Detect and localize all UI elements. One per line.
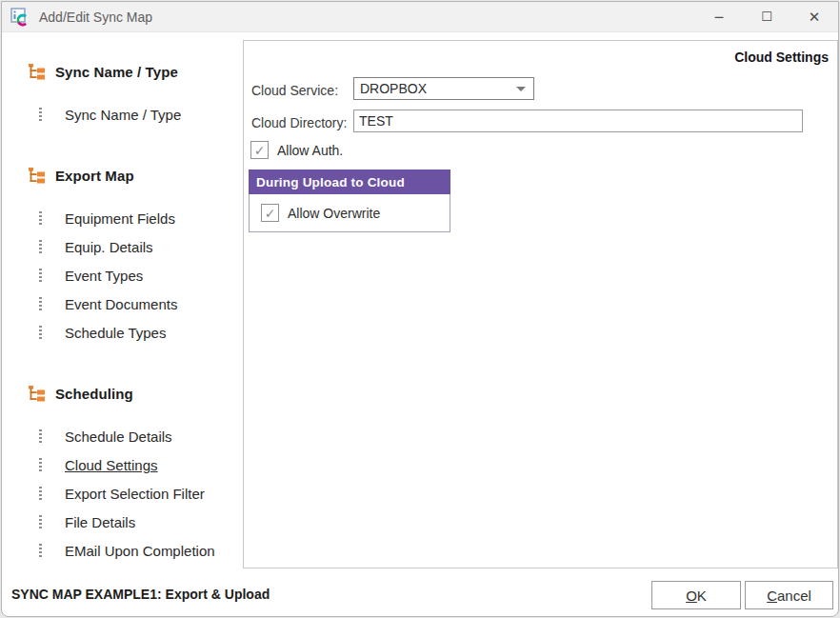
drag-dots-icon [39,108,42,122]
cloud-directory-label: Cloud Directory: [251,115,347,130]
drag-dots-icon [39,297,42,311]
tree-section-label: Scheduling [55,386,133,402]
sidebar-item-equip-details[interactable]: Equip. Details [2,232,243,261]
allow-auth-checkbox[interactable]: ✓ [250,141,269,159]
close-button[interactable]: ✕ [790,2,838,32]
sidebar-item-event-documents[interactable]: Event Documents [2,289,243,318]
sidebar-item-label: Equipment Fields [65,210,175,227]
sidebar-item-label: Event Documents [65,296,177,312]
tree-section-icon [29,168,46,184]
panel-title: Cloud Settings [734,50,829,65]
sidebar-item-label: File Details [65,514,135,530]
tree-section-export-map: Export Map [2,161,243,189]
cancel-button[interactable]: Cancel [745,581,833,609]
drag-dots-icon [39,429,42,444]
minimize-button[interactable]: ─ [695,2,743,32]
allow-overwrite-checkbox-row[interactable]: ✓ Allow Overwrite [261,204,380,222]
sync-map-status-text: SYNC MAP EXAMPLE1: Export & Upload [11,587,270,602]
sidebar-item-label: Event Types [65,268,143,284]
sidebar-item-label: Export Selection Filter [65,486,205,502]
ok-rest: K [697,588,707,604]
during-upload-header: During Upload to Cloud [249,169,450,194]
allow-auth-checkbox-row[interactable]: ✓ Allow Auth. [250,141,343,159]
tree-section-icon [29,386,46,402]
ok-button[interactable]: OK [651,581,741,609]
tree-section-sync-name-type: Sync Name / Type [2,57,243,86]
cancel-rest: ancel [777,588,811,604]
sidebar-item-label: Equip. Details [65,239,153,255]
cancel-mnemonic: C [767,588,777,604]
during-upload-group: During Upload to Cloud ✓ Allow Overwrite [249,169,450,232]
sidebar-item-label: Schedule Details [65,429,172,445]
tree-section-label: Export Map [55,168,134,184]
chevron-down-icon [516,87,526,91]
maximize-icon: ☐ [761,10,772,24]
window-title: Add/Edit Sync Map [39,10,152,25]
minimize-icon: ─ [715,10,723,25]
drag-dots-icon [39,269,42,283]
sidebar-item-label: Schedule Types [65,325,166,341]
drag-dots-icon [39,487,42,501]
navigation-tree: Sync Name / Type Sync Name / Type Export… [2,32,243,567]
sidebar-item-schedule-types[interactable]: Schedule Types [2,318,243,347]
cloud-service-dropdown[interactable]: DROPBOX [353,77,534,100]
sidebar-item-event-types[interactable]: Event Types [2,261,243,289]
drag-dots-icon [39,515,42,529]
maximize-button[interactable]: ☐ [743,2,790,32]
close-icon: ✕ [809,9,821,26]
sidebar-item-export-selection-filter[interactable]: Export Selection Filter [2,479,243,508]
allow-auth-label: Allow Auth. [277,143,343,158]
allow-overwrite-checkbox[interactable]: ✓ [261,204,279,222]
sidebar-item-sync-name-type[interactable]: Sync Name / Type [2,100,243,129]
app-icon [10,8,30,27]
drag-dots-icon [39,240,42,254]
drag-dots-icon [39,458,42,472]
title-bar: Add/Edit Sync Map ─ ☐ ✕ [2,2,838,32]
tree-section-label: Sync Name / Type [55,64,178,80]
checkmark-icon: ✓ [254,143,266,158]
drag-dots-icon [39,544,42,558]
sidebar-item-equipment-fields[interactable]: Equipment Fields [2,204,243,232]
add-edit-sync-map-dialog: Add/Edit Sync Map ─ ☐ ✕ Sync Name / Type… [1,1,839,617]
ok-mnemonic: O [686,588,697,604]
sidebar-item-schedule-details[interactable]: Schedule Details [2,422,243,450]
cloud-directory-input[interactable] [353,110,803,132]
tree-section-scheduling: Scheduling [2,379,243,408]
drag-dots-icon [39,211,42,226]
sidebar-item-label: Sync Name / Type [65,107,181,123]
tree-section-icon [29,64,46,80]
sidebar-item-label: Cloud Settings [65,457,158,473]
sidebar-item-file-details[interactable]: File Details [2,508,243,536]
during-upload-body: ✓ Allow Overwrite [249,194,450,232]
cloud-service-value: DROPBOX [360,81,516,96]
sidebar-item-email-upon-completion[interactable]: EMail Upon Completion [2,536,243,565]
checkmark-icon: ✓ [265,206,276,221]
cloud-service-label: Cloud Service: [251,83,338,98]
sidebar-item-label: EMail Upon Completion [65,543,215,559]
drag-dots-icon [39,326,42,340]
cloud-settings-panel: Cloud Settings Cloud Service: DROPBOX Cl… [243,40,838,568]
sidebar-item-cloud-settings[interactable]: Cloud Settings [2,450,243,479]
allow-overwrite-label: Allow Overwrite [288,206,380,221]
